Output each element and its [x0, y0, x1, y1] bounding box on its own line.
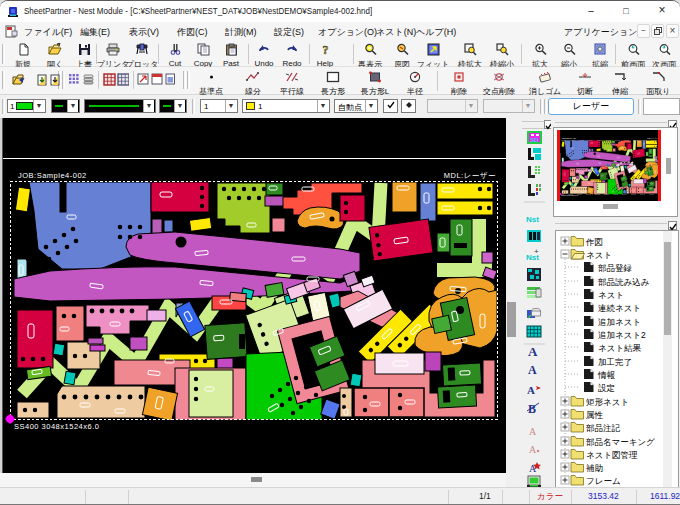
svg-text:ネスト結果: ネスト結果	[598, 343, 642, 353]
svg-text:SD: SD	[530, 137, 539, 143]
svg-text:?: ?	[322, 43, 328, 56]
svg-text:+: +	[534, 247, 539, 256]
svg-text:部品名マーキング: 部品名マーキング	[586, 437, 655, 447]
svg-text:A: A	[529, 426, 537, 437]
svg-text:A: A	[528, 363, 537, 377]
svg-text:部品登録: 部品登録	[598, 263, 633, 273]
svg-text:情報: 情報	[597, 370, 616, 380]
svg-text:A: A	[528, 344, 538, 359]
svg-text:作図: 作図	[585, 237, 603, 247]
svg-text:部品読み込み: 部品読み込み	[598, 277, 650, 287]
svg-text:追加ネスト: 追加ネスト	[598, 317, 641, 327]
svg-text:フレーム: フレーム	[586, 476, 621, 486]
svg-text:属性: 属性	[586, 410, 604, 420]
svg-text:矩形ネスト: 矩形ネスト	[586, 397, 629, 407]
svg-text:加工完了: 加工完了	[598, 357, 632, 367]
svg-text:追加ネスト2: 追加ネスト2	[598, 330, 646, 340]
svg-text:連続ネスト: 連続ネスト	[598, 303, 641, 313]
svg-text:A: A	[529, 444, 537, 455]
svg-text:部品注記: 部品注記	[586, 423, 621, 433]
svg-text:Nst: Nst	[526, 215, 539, 224]
svg-text:設定: 設定	[598, 383, 615, 393]
svg-text:ネスト図管理: ネスト図管理	[586, 450, 638, 460]
svg-text:A: A	[527, 384, 535, 396]
svg-text:ネスト: ネスト	[586, 250, 612, 260]
svg-text:補助: 補助	[586, 463, 603, 473]
svg-text:ネスト: ネスト	[598, 290, 624, 300]
